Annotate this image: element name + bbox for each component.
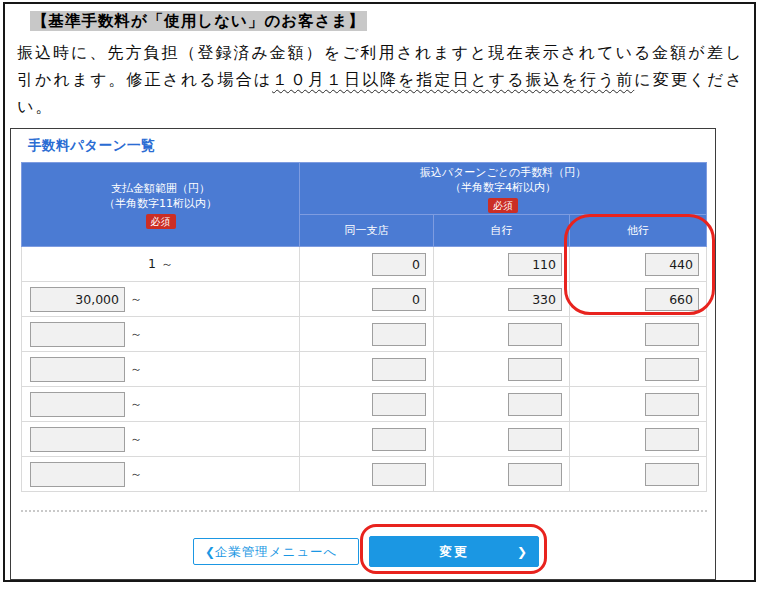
range-cell: ～ bbox=[22, 317, 300, 352]
range-cell: ～ bbox=[22, 282, 300, 317]
fee-input-other-bank[interactable] bbox=[645, 288, 699, 311]
fee-input-other-bank[interactable] bbox=[645, 428, 699, 451]
fee-pattern-panel: 手数料パターン一覧 支払金額範囲（円） （半角数字11桁以内） 必須 振込パター… bbox=[10, 128, 716, 580]
range-input[interactable] bbox=[30, 357, 125, 382]
fee-input-same-branch[interactable] bbox=[372, 463, 426, 486]
required-badge: 必須 bbox=[146, 214, 176, 229]
page: 【基準手数料が「使用しない」のお客さま】 振込時に、先方負担（登録済み金額）をご… bbox=[0, 0, 760, 600]
page-title-highlight: 【基準手数料が「使用しない」のお客さま】 bbox=[30, 11, 367, 31]
fee-per-pattern-header: 振込パターンごとの手数料（円） （半角数字4桁以内） 必須 bbox=[300, 163, 707, 215]
fee-cell-same-branch bbox=[300, 422, 434, 457]
fee-input-same-branch[interactable] bbox=[372, 323, 426, 346]
range-text: 1 bbox=[148, 256, 156, 271]
submit-button-label: 変更 bbox=[370, 537, 538, 566]
payment-range-header-line2: （半角数字11桁以内） bbox=[22, 196, 299, 211]
col-header-same-branch: 同一支店 bbox=[300, 215, 434, 247]
fee-input-own-bank[interactable] bbox=[508, 428, 562, 451]
fee-input-own-bank[interactable] bbox=[508, 463, 562, 486]
fee-input-same-branch[interactable] bbox=[372, 288, 426, 311]
tilde-text: ～ bbox=[130, 397, 142, 411]
fee-cell-other-bank bbox=[570, 352, 707, 387]
fee-cell-same-branch bbox=[300, 247, 434, 282]
fee-input-other-bank[interactable] bbox=[645, 253, 699, 276]
table-row: ～ bbox=[22, 317, 707, 352]
table-header-row-main: 支払金額範囲（円） （半角数字11桁以内） 必須 振込パターンごとの手数料（円）… bbox=[22, 163, 707, 215]
fee-cell-other-bank bbox=[570, 387, 707, 422]
tilde-text: ～ bbox=[130, 292, 142, 306]
fee-cell-other-bank bbox=[570, 422, 707, 457]
range-cell: ～ bbox=[22, 457, 300, 492]
intro-text-underlined: １０月１日以降を指定日とする振込を行う前 bbox=[272, 70, 634, 89]
range-cell: ～ bbox=[22, 387, 300, 422]
tilde-text: ～ bbox=[130, 327, 142, 341]
table-row: ～ bbox=[22, 422, 707, 457]
fee-input-same-branch[interactable] bbox=[372, 253, 426, 276]
fee-input-other-bank[interactable] bbox=[645, 393, 699, 416]
fee-cell-other-bank bbox=[570, 282, 707, 317]
fee-cell-own-bank bbox=[434, 282, 570, 317]
range-cell: 1～ bbox=[22, 247, 300, 282]
range-input[interactable] bbox=[30, 427, 125, 452]
fee-cell-other-bank bbox=[570, 317, 707, 352]
fee-input-own-bank[interactable] bbox=[508, 358, 562, 381]
tilde-text: ～ bbox=[161, 257, 173, 271]
range-cell: ～ bbox=[22, 352, 300, 387]
fee-input-own-bank[interactable] bbox=[508, 323, 562, 346]
table-row: ～ bbox=[22, 387, 707, 422]
fee-input-other-bank[interactable] bbox=[645, 323, 699, 346]
col-header-own-bank: 自行 bbox=[434, 215, 570, 247]
back-button-label: 企業管理メニューへ bbox=[194, 539, 358, 564]
tilde-text: ～ bbox=[130, 362, 142, 376]
fee-input-own-bank[interactable] bbox=[508, 393, 562, 416]
table-row: ～ bbox=[22, 282, 707, 317]
range-cell: ～ bbox=[22, 422, 300, 457]
required-badge: 必須 bbox=[488, 198, 518, 213]
col-header-other-bank: 他行 bbox=[570, 215, 707, 247]
fee-cell-own-bank bbox=[434, 352, 570, 387]
fee-input-same-branch[interactable] bbox=[372, 428, 426, 451]
fee-cell-same-branch bbox=[300, 352, 434, 387]
fee-cell-same-branch bbox=[300, 282, 434, 317]
panel-title: 手数料パターン一覧 bbox=[28, 137, 155, 155]
fee-input-own-bank[interactable] bbox=[508, 288, 562, 311]
footer-divider bbox=[21, 510, 707, 512]
fee-input-same-branch[interactable] bbox=[372, 393, 426, 416]
range-input[interactable] bbox=[30, 462, 125, 487]
fee-per-pattern-header-line1: 振込パターンごとの手数料（円） bbox=[300, 165, 706, 180]
page-title: 【基準手数料が「使用しない」のお客さま】 bbox=[30, 11, 367, 32]
fee-cell-same-branch bbox=[300, 317, 434, 352]
tilde-text: ～ bbox=[130, 467, 142, 481]
chevron-left-icon: ❮ bbox=[205, 545, 215, 559]
table-row: ～ bbox=[22, 457, 707, 492]
fee-input-other-bank[interactable] bbox=[645, 358, 699, 381]
table-row: ～ bbox=[22, 352, 707, 387]
fee-cell-other-bank bbox=[570, 247, 707, 282]
fee-input-own-bank[interactable] bbox=[508, 253, 562, 276]
intro-paragraph: 振込時に、先方負担（登録済み金額）をご利用されますと現在表示されている金額が差し… bbox=[17, 39, 745, 120]
fee-cell-same-branch bbox=[300, 387, 434, 422]
submit-button[interactable]: 変更 ❯ bbox=[369, 536, 539, 567]
tilde-text: ～ bbox=[130, 432, 142, 446]
fee-cell-other-bank bbox=[570, 457, 707, 492]
payment-range-header: 支払金額範囲（円） （半角数字11桁以内） 必須 bbox=[22, 163, 300, 247]
fee-cell-own-bank bbox=[434, 422, 570, 457]
fee-cell-same-branch bbox=[300, 457, 434, 492]
fee-cell-own-bank bbox=[434, 317, 570, 352]
payment-range-header-line1: 支払金額範囲（円） bbox=[22, 181, 299, 196]
range-input[interactable] bbox=[30, 392, 125, 417]
fee-cell-own-bank bbox=[434, 387, 570, 422]
back-button[interactable]: ❮ 企業管理メニューへ bbox=[193, 538, 359, 565]
range-input[interactable] bbox=[30, 322, 125, 347]
fee-cell-own-bank bbox=[434, 247, 570, 282]
chevron-right-icon: ❯ bbox=[517, 545, 527, 559]
fee-table: 支払金額範囲（円） （半角数字11桁以内） 必須 振込パターンごとの手数料（円）… bbox=[21, 162, 707, 492]
fee-cell-own-bank bbox=[434, 457, 570, 492]
fee-per-pattern-header-line2: （半角数字4桁以内） bbox=[300, 180, 706, 195]
fee-input-same-branch[interactable] bbox=[372, 358, 426, 381]
range-input[interactable] bbox=[30, 287, 125, 312]
fee-input-other-bank[interactable] bbox=[645, 463, 699, 486]
table-row: 1～ bbox=[22, 247, 707, 282]
